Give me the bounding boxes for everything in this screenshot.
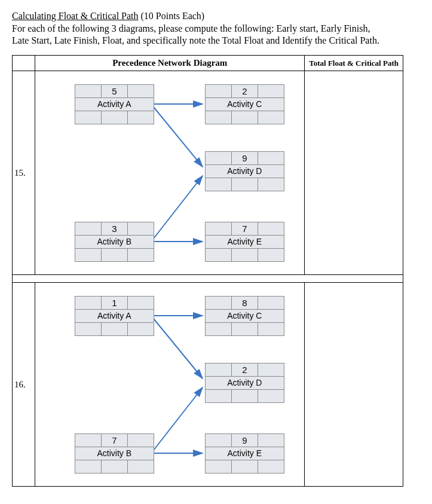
precedence-diagram-16: 1 Activity A 7 Activity B 8 Activity C 2…	[35, 283, 298, 486]
activity-box-C: 8 Activity C	[205, 296, 284, 335]
table-row: 15.	[13, 71, 403, 275]
diagram-cell-15: 5 Activity A 3 Activity B 2 Activity C	[35, 71, 305, 275]
activity-box-E: 7 Activity E	[205, 222, 284, 261]
svg-line-1	[154, 107, 203, 167]
activity-box-D: 9 Activity D	[205, 151, 284, 191]
svg-line-5	[154, 319, 203, 378]
answer-cell-15	[305, 71, 403, 275]
label-B: Activity B	[75, 235, 154, 249]
page-title: Calculating Float & Critical Path (10 Po…	[12, 11, 420, 22]
question-number: 15.	[13, 71, 35, 275]
duration-A: 5	[101, 84, 128, 98]
label-D: Activity D	[205, 376, 284, 390]
activity-box-A: 5 Activity A	[75, 84, 154, 124]
label-E: Activity E	[205, 235, 284, 249]
instructions: For each of the following 3 diagrams, pl…	[12, 23, 420, 47]
duration-C: 2	[231, 84, 258, 98]
duration-E: 7	[231, 222, 258, 236]
svg-line-6	[154, 387, 203, 450]
label-C: Activity C	[205, 97, 284, 111]
svg-line-2	[154, 176, 203, 239]
col-header-blank	[13, 56, 35, 71]
title-underlined: Calculating Float & Critical Path	[12, 11, 139, 21]
activity-box-E: 9 Activity E	[205, 433, 284, 473]
duration-B: 7	[101, 433, 128, 447]
activity-box-C: 2 Activity C	[205, 84, 284, 124]
activity-box-B: 7 Activity B	[75, 433, 154, 473]
title-points: (10 Points Each)	[139, 11, 205, 21]
duration-C: 8	[231, 296, 258, 310]
instructions-line2: Late Start, Late Finish, Float, and spec…	[12, 35, 379, 45]
label-E: Activity E	[205, 447, 284, 460]
duration-E: 9	[231, 433, 258, 447]
table-row: 16. 1 Activity A	[13, 283, 403, 487]
duration-D: 9	[231, 151, 258, 165]
duration-D: 2	[231, 363, 258, 377]
table-header-row: Precedence Network Diagram Total Float &…	[13, 56, 403, 71]
label-D: Activity D	[205, 164, 284, 178]
label-C: Activity C	[205, 309, 284, 323]
label-A: Activity A	[75, 309, 154, 323]
col-header-diagram: Precedence Network Diagram	[35, 56, 305, 71]
instructions-line1: For each of the following 3 diagrams, pl…	[12, 23, 370, 33]
precedence-diagram-15: 5 Activity A 3 Activity B 2 Activity C	[35, 71, 298, 274]
activity-box-B: 3 Activity B	[75, 222, 154, 261]
col-header-answer: Total Float & Critical Path	[305, 56, 403, 71]
duration-A: 1	[101, 296, 128, 310]
question-number: 16.	[13, 283, 35, 487]
activity-box-A: 1 Activity A	[75, 296, 154, 335]
problems-table: Precedence Network Diagram Total Float &…	[12, 55, 403, 487]
diagram-cell-16: 1 Activity A 7 Activity B 8 Activity C 2…	[35, 283, 305, 487]
label-A: Activity A	[75, 97, 154, 111]
answer-cell-16	[305, 283, 403, 487]
label-B: Activity B	[75, 447, 154, 460]
duration-B: 3	[101, 222, 128, 236]
activity-box-D: 2 Activity D	[205, 363, 284, 402]
